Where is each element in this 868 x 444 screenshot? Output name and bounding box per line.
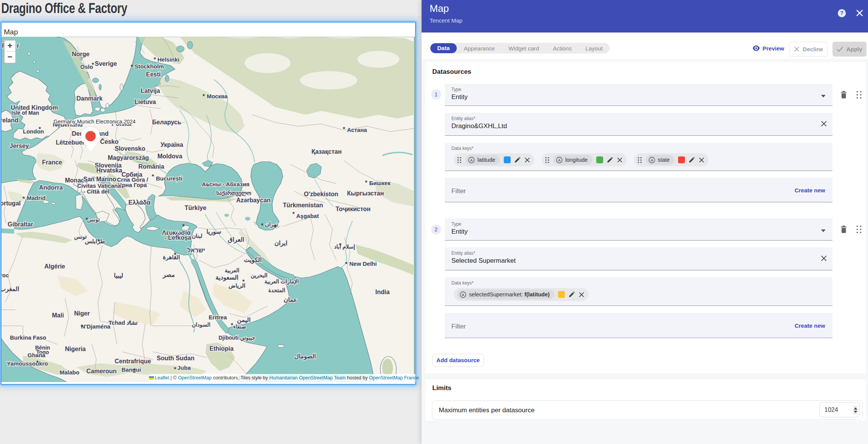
svg-text:A: A: [651, 158, 653, 162]
svg-text:★: ★: [292, 211, 295, 215]
svg-text:Ελλάδα: Ελλάδα: [128, 199, 151, 206]
svg-text:საქართველო: საქართველო: [216, 190, 251, 197]
svg-text:عمان: عمان: [284, 296, 297, 303]
svg-text:Azərbaycan: Azərbaycan: [236, 197, 271, 203]
svg-text:★: ★: [36, 359, 39, 364]
svg-text:Аҩсны - Абхазия: Аҩсны - Абхазия: [202, 181, 250, 187]
svg-text:ישראל: ישראל: [187, 247, 205, 254]
svg-text:Hrvatska: Hrvatska: [96, 167, 122, 174]
svg-text:A: A: [470, 158, 473, 162]
svg-text:Jersey: Jersey: [10, 143, 29, 149]
svg-text:Djibouti جيبوتي: Djibouti جيبوتي: [219, 335, 255, 341]
svg-text:Niger: Niger: [74, 310, 90, 317]
svg-text:Кыргызстан: Кыргызстан: [347, 190, 384, 197]
svg-text:تهران: تهران: [265, 221, 278, 228]
svg-text:Aşgabat: Aşgabat: [296, 213, 319, 219]
svg-text:Nigeria: Nigeria: [65, 346, 86, 352]
svg-text:★: ★: [365, 179, 368, 184]
svg-text:Lietuva: Lietuva: [135, 99, 156, 105]
svg-text:Україна: Україна: [161, 141, 183, 148]
svg-text:Danmark: Danmark: [76, 95, 103, 102]
svg-text:Türkiye: Türkiye: [185, 205, 206, 211]
svg-text:★: ★: [128, 320, 132, 324]
svg-text:ليبيا: ليبيا: [114, 272, 123, 279]
svg-text:مصر: مصر: [162, 272, 175, 279]
svg-text:★: ★: [38, 126, 42, 130]
svg-text:Juba: Juba: [177, 364, 191, 371]
svg-text:Andorra: Andorra: [39, 184, 63, 191]
svg-text:الإمارات العربية: الإمارات العربية: [264, 278, 299, 285]
svg-text:★: ★: [339, 242, 342, 246]
svg-text:Slovensko: Slovensko: [115, 145, 145, 152]
svg-text:العربية: العربية: [225, 267, 239, 274]
svg-text:Moldova: Moldova: [157, 153, 182, 159]
svg-text:العراق: العراق: [228, 236, 244, 244]
svg-text:Sverige: Sverige: [95, 60, 117, 67]
svg-text:Bangui: Bangui: [122, 366, 141, 373]
svg-text:لبنان: لبنان: [192, 233, 202, 239]
svg-text:Norge: Norge: [72, 51, 89, 57]
svg-text:India: India: [375, 289, 389, 295]
svg-text:San Marino: San Marino: [83, 176, 116, 182]
svg-text:France: France: [42, 159, 62, 166]
svg-text:Yamoussoukro: Yamoussoukro: [7, 360, 48, 367]
svg-text:صنعاء: صنعاء: [233, 324, 246, 330]
svg-text:★: ★: [182, 223, 185, 227]
svg-text:الصومال: الصومال: [294, 353, 316, 360]
svg-text:ortugal: ortugal: [2, 200, 21, 207]
svg-text:★: ★: [230, 322, 234, 326]
svg-text:الكويت: الكويت: [244, 257, 262, 264]
svg-text:المتحدة: المتحدة: [268, 287, 285, 293]
svg-text:Астана: Астана: [347, 127, 367, 133]
svg-text:New Delhi: New Delhi: [349, 260, 377, 267]
svg-text:Tchad تشاد: Tchad تشاد: [109, 319, 138, 326]
svg-text:إسلام آباد: إسلام آباد: [334, 243, 355, 250]
svg-text:Madrid: Madrid: [27, 195, 45, 201]
svg-text:السعودية: السعودية: [216, 274, 238, 281]
svg-text:Algérie: Algérie: [44, 263, 65, 270]
svg-text:اليمن: اليمن: [237, 317, 251, 324]
svg-text:Isle of Man: Isle of Man: [11, 110, 39, 116]
svg-text:Centrafrique: Centrafrique: [115, 358, 151, 364]
svg-text:Mali: Mali: [52, 312, 64, 319]
svg-text:★: ★: [342, 126, 346, 130]
svg-text:Беларусь: Беларусь: [152, 119, 181, 125]
svg-text:Eritrea: Eritrea: [209, 314, 227, 320]
svg-text:Česko: Česko: [100, 138, 118, 145]
svg-text:البحرين: البحرين: [251, 272, 268, 279]
svg-text:România: România: [138, 163, 164, 170]
svg-text:Türkmenistan: Türkmenistan: [283, 202, 323, 208]
svg-text:Cameroun: Cameroun: [86, 368, 117, 374]
svg-text:Helsinki: Helsinki: [157, 56, 180, 63]
svg-text:Тоҷикистон: Тоҷикистон: [336, 206, 370, 212]
svg-text:سوريا: سوريا: [206, 228, 221, 236]
svg-text:Қазақстан: Қазақстан: [312, 148, 342, 155]
svg-text:القاهرة: القاهرة: [163, 254, 180, 261]
svg-text:السودان: السودان: [192, 322, 210, 328]
svg-text:طرابلس: طرابلس: [85, 238, 105, 245]
svg-text:★: ★: [242, 278, 245, 283]
svg-text:★: ★: [261, 222, 264, 226]
svg-text:★: ★: [174, 366, 177, 370]
svg-text:Magyarország: Magyarország: [108, 155, 149, 161]
svg-text:Malabo: Malabo: [60, 369, 79, 376]
svg-text:- Lefkoşa: - Lefkoşa: [164, 234, 191, 241]
svg-text:★: ★: [174, 252, 177, 256]
svg-text:المغرب: المغرب: [2, 286, 19, 293]
svg-text:★: ★: [22, 195, 26, 200]
svg-text:A: A: [462, 293, 464, 297]
svg-text:O'zbekiston: O'zbekiston: [304, 191, 338, 197]
svg-text:Ethiopia: Ethiopia: [209, 345, 234, 352]
svg-text:Stockholm: Stockholm: [135, 63, 164, 70]
svg-text:★: ★: [345, 261, 348, 265]
svg-text:★: ★: [85, 216, 89, 221]
svg-text:Germany Munich Electronica 202: Germany Munich Electronica 2024: [54, 119, 136, 125]
svg-text:★: ★: [97, 238, 101, 242]
svg-text:Eesti: Eesti: [146, 71, 161, 78]
svg-text:★: ★: [151, 173, 155, 177]
svg-text:r: r: [17, 42, 19, 49]
svg-text:roc: roc: [2, 272, 9, 278]
svg-text:★: ★: [133, 367, 136, 371]
svg-text:تونس: تونس: [87, 216, 100, 223]
svg-text:★: ★: [130, 63, 134, 68]
